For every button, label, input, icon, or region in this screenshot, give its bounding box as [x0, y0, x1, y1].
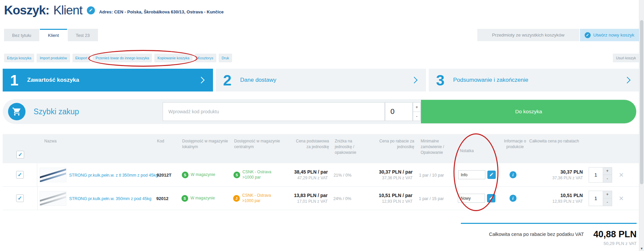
local-stock-cell: S W magazynie [181, 195, 233, 202]
base-price-cell: 38,45 PLN / par 47,29 PLN z VAT [292, 169, 332, 181]
info-icon[interactable]: i [509, 171, 517, 178]
total-price-cell: 30,37 PLN 37,36 PLN z VAT [526, 169, 586, 181]
product-code-input[interactable] [163, 102, 385, 121]
scrollbar-thumb[interactable] [640, 20, 643, 184]
table-header-row: Nazwa Kod Dostępność w magazynie lokalny… [3, 134, 639, 163]
cart-name: Klient [53, 3, 83, 17]
checkout-steps: 1 Zawartość koszyka 2 Dane dostawy 3 Pod… [3, 69, 639, 91]
export-button[interactable]: Eksport [72, 54, 91, 62]
product-code: 92012 [156, 196, 168, 201]
quantity-plus-button[interactable]: + [603, 191, 612, 198]
table-row: ✓ STRONG pr.kulk.pełn.w. 350mm z pod 45k… [3, 187, 639, 210]
stock-status-badge: J [233, 195, 240, 202]
product-thumbnail[interactable] [40, 191, 66, 206]
edit-cart-button[interactable]: Edycja koszyka [4, 54, 34, 62]
header-cell-total-price: Całkowita cena po rabatach [528, 134, 588, 163]
local-stock-cell: S W magazynie [182, 172, 233, 178]
quantity-minus-button[interactable]: - [413, 112, 421, 121]
remove-cell: × [615, 194, 639, 202]
header-cell-base-price: Cena podstawowa za jednostkę [293, 134, 333, 163]
central-warehouse-name: CSNK - Ostrava [242, 193, 271, 198]
row-quantity-input[interactable] [589, 167, 603, 183]
min-order-value: 1 par / 10 par [419, 173, 444, 178]
discounted-price-cell: 30,37 PLN / par 37,36 PLN z VAT [364, 169, 415, 181]
row-quantity-input[interactable] [589, 191, 603, 206]
info-icon[interactable]: i [509, 195, 517, 202]
step-2-delivery-data[interactable]: 2 Dane dostawy [216, 69, 426, 91]
product-info-cell: i [500, 195, 526, 202]
edit-cart-name-button[interactable] [87, 6, 95, 14]
chevron-right-icon [411, 77, 418, 83]
page-header: Koszyk: Klient Adres: CEN - Polska, Škro… [4, 3, 224, 17]
min-order-cell: 1 par / 15 par [415, 195, 454, 201]
step-number: 1 [10, 73, 18, 88]
step-label: Dane dostawy [240, 77, 276, 83]
remove-item-button[interactable]: × [619, 194, 624, 202]
note-input[interactable] [458, 170, 485, 179]
summary-divider [461, 223, 637, 224]
delete-cart-button[interactable]: Usuń koszyk [613, 54, 639, 62]
discounted-price-cell: 10,51 PLN / par 12,93 PLN z VAT [363, 192, 415, 204]
select-all-checkbox[interactable]: ✓ [16, 151, 24, 159]
import-products-button[interactable]: Import produktów [37, 54, 70, 62]
quick-buy-quantity-input[interactable] [385, 102, 413, 121]
estimate-button[interactable]: Kosztorys [195, 54, 216, 62]
row-checkbox[interactable]: ✓ [16, 171, 24, 179]
all-carts-button[interactable]: Przedmioty ze wszystkich koszyków [477, 29, 579, 41]
base-price-vat: 47,29 PLN z VAT [292, 175, 328, 181]
total-price-vat: 37,36 PLN z VAT [526, 175, 583, 181]
add-to-cart-button[interactable]: Do koszyka [421, 100, 636, 123]
new-cart-button[interactable]: Utwórz nowy koszyk [580, 29, 639, 41]
base-price: 13,83 PLN / par [291, 192, 328, 199]
quantity-minus-button[interactable]: - [603, 175, 612, 183]
edit-note-button[interactable] [487, 171, 496, 179]
tab-klient[interactable]: Klient [40, 29, 67, 41]
tab-test-23[interactable]: Test 23 [68, 29, 98, 41]
quantity-plus-button[interactable]: + [413, 102, 421, 112]
header-cell-name: Nazwa [38, 134, 155, 163]
vertical-scrollbar[interactable]: ▾ [639, 0, 644, 251]
discount-value: 21% / 0% [333, 173, 352, 178]
cart-actions-toolbar: Edycja koszyka Import produktów Eksport … [4, 54, 639, 62]
chevron-right-icon [198, 77, 205, 83]
note-input[interactable] [458, 194, 485, 203]
total-price: 30,37 PLN [526, 169, 583, 175]
scroll-down-arrow-icon[interactable]: ▾ [639, 246, 644, 251]
pencil-icon [585, 32, 591, 38]
edit-note-button[interactable] [487, 194, 495, 202]
header-cell-code: Kod [155, 134, 182, 163]
product-link[interactable]: STRONG pr.kulk.pełn.w. z tl 350mm z pod … [69, 173, 158, 178]
quantity-plus-button[interactable]: + [603, 167, 612, 175]
step-3-summary[interactable]: 3 Podsumowanie i zakończenie [429, 69, 639, 91]
stock-status-badge: S [181, 195, 188, 202]
step-label: Podsumowanie i zakończenie [453, 77, 528, 83]
cart-address: Adres: CEN - Polska, Škrobálkova 630/13,… [99, 6, 223, 14]
product-thumbnail[interactable] [40, 168, 66, 182]
header-cell-min-order: Minimalne zamówienie / Opakowanie [417, 134, 455, 163]
product-link[interactable]: STRONG pr.kulk.pełn.w. 350mm z pod 45kg [69, 196, 151, 201]
tab-bez-tytulu[interactable]: Bez tytułu [4, 29, 39, 41]
central-stock-cell: S CSNK - Ostrava >1000 par [233, 170, 292, 180]
header-cell-product-info: Informacje o produkcie [502, 134, 528, 163]
annotated-button-group: Przenieś towar do innego koszyka Kopiowa… [93, 54, 192, 62]
cart-tabs: Bez tytułu Klient Test 23 Przedmioty ze … [4, 29, 639, 41]
step-1-cart-contents[interactable]: 1 Zawartość koszyka [3, 69, 213, 91]
summary-total-vat: 50,29 PLN z VAT [593, 241, 637, 246]
pencil-icon [489, 172, 494, 178]
quantity-minus-button[interactable]: - [603, 198, 612, 206]
step-label: Zawartość koszyka [27, 77, 79, 83]
row-checkbox[interactable]: ✓ [16, 194, 24, 202]
product-info-cell: i [500, 171, 526, 178]
copy-cart-button[interactable]: Kopiowanie koszyka [154, 54, 192, 62]
print-button[interactable]: Druk [219, 54, 232, 62]
row-checkbox-cell: ✓ [3, 163, 37, 186]
quantity-cell: + - [586, 167, 616, 183]
pencil-icon [89, 7, 93, 13]
note-cell [454, 170, 500, 179]
summary-label: Całkowita cena po rabacie bez podatku VA… [489, 229, 584, 239]
remove-item-button[interactable]: × [619, 171, 624, 179]
product-code: 92012T [157, 173, 171, 178]
move-to-other-cart-button[interactable]: Przenieś towar do innego koszyka [93, 54, 152, 62]
cart-summary: Całkowita cena po rabacie bez podatku VA… [461, 223, 637, 246]
cart-icon [8, 103, 25, 120]
